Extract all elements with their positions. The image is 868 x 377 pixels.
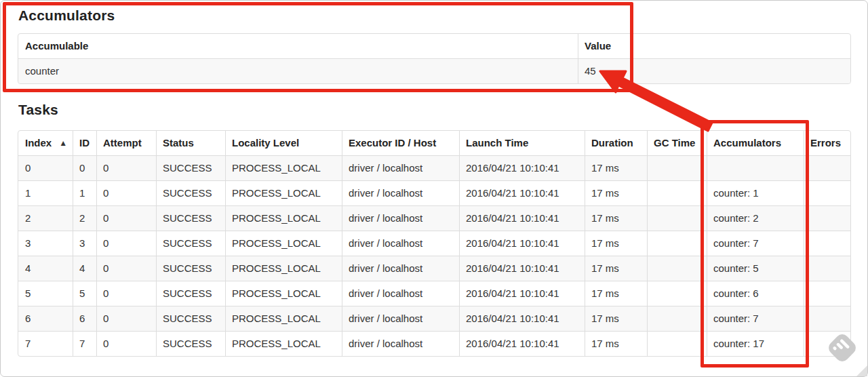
cell-accumulators: counter: 6: [707, 281, 804, 306]
cell-executor-id-host: driver / localhost: [342, 331, 459, 356]
cell-launch-time: 2016/04/21 10:10:41: [459, 180, 585, 205]
cell-attempt: 0: [96, 180, 156, 205]
cell-executor-id-host: driver / localhost: [342, 281, 459, 306]
cell-status: SUCCESS: [156, 256, 225, 281]
cell-accumulators: counter: 17: [707, 331, 804, 356]
cell-id: 3: [73, 231, 96, 256]
cell-index: 0: [18, 155, 73, 180]
cell-id: 4: [73, 256, 96, 281]
column-header-index[interactable]: Index▲: [18, 131, 73, 155]
cell-executor-id-host: driver / localhost: [342, 180, 459, 205]
cell-launch-time: 2016/04/21 10:10:41: [459, 281, 585, 306]
column-header-gc-time[interactable]: GC Time: [647, 131, 707, 155]
cell-index: 7: [18, 331, 73, 356]
cell-duration: 17 ms: [585, 331, 647, 356]
cell-launch-time: 2016/04/21 10:10:41: [459, 155, 585, 180]
table-row: 660SUCCESSPROCESS_LOCALdriver / localhos…: [18, 306, 850, 331]
cell-errors: [804, 331, 850, 356]
table-row: 770SUCCESSPROCESS_LOCALdriver / localhos…: [18, 331, 850, 356]
table-row: 000SUCCESSPROCESS_LOCALdriver / localhos…: [18, 155, 850, 180]
cell-id: 2: [73, 205, 96, 231]
cell-errors: [804, 231, 850, 256]
column-header-accumulators[interactable]: Accumulators: [707, 131, 804, 155]
column-header-attempt[interactable]: Attempt: [96, 131, 156, 155]
page-curl-icon: [856, 365, 867, 376]
cell-gc-time: [647, 155, 707, 180]
column-header-status[interactable]: Status: [156, 131, 225, 155]
accumulators-table: AccumulableValue counter45: [18, 33, 851, 84]
cell-value: 45: [578, 58, 850, 83]
cell-gc-time: [647, 256, 707, 281]
column-header-label: GC Time: [654, 137, 695, 148]
column-header-id[interactable]: ID: [73, 131, 96, 155]
column-header-label: Value: [585, 40, 611, 52]
cell-index: 1: [18, 180, 73, 205]
column-header-label: Accumulators: [713, 137, 781, 148]
cell-index: 3: [18, 231, 73, 256]
column-header-launch-time[interactable]: Launch Time: [459, 131, 585, 155]
cell-executor-id-host: driver / localhost: [342, 155, 459, 180]
cell-accumulators: [707, 155, 804, 180]
column-header-label: Launch Time: [466, 137, 528, 148]
cell-errors: [804, 180, 850, 205]
cell-errors: [804, 256, 850, 281]
cell-gc-time: [647, 306, 707, 331]
accumulators-table-body: counter45: [18, 58, 850, 83]
column-header-executor-id-host[interactable]: Executor ID / Host: [342, 131, 459, 155]
column-header-duration[interactable]: Duration: [585, 131, 647, 155]
column-header-errors[interactable]: Errors: [804, 131, 850, 155]
cell-launch-time: 2016/04/21 10:10:41: [459, 205, 585, 231]
cell-status: SUCCESS: [156, 180, 225, 205]
column-header-label: ID: [79, 137, 90, 148]
column-header-locality-level[interactable]: Locality Level: [225, 131, 342, 155]
cell-attempt: 0: [96, 256, 156, 281]
cell-id: 1: [73, 180, 96, 205]
column-header-label: Executor ID / Host: [349, 137, 436, 148]
cell-attempt: 0: [96, 331, 156, 356]
tasks-table-body: 000SUCCESSPROCESS_LOCALdriver / localhos…: [18, 155, 850, 356]
cell-attempt: 0: [96, 155, 156, 180]
cell-status: SUCCESS: [156, 306, 225, 331]
cell-attempt: 0: [96, 205, 156, 231]
column-header-label: Errors: [810, 137, 841, 148]
sort-ascending-icon: ▲: [59, 138, 67, 148]
cell-status: SUCCESS: [156, 205, 225, 231]
tasks-table: Index▲IDAttemptStatusLocality LevelExecu…: [18, 130, 851, 357]
cell-accumulators: counter: 2: [707, 205, 804, 231]
table-row: 220SUCCESSPROCESS_LOCALdriver / localhos…: [18, 205, 850, 231]
cell-status: SUCCESS: [156, 231, 225, 256]
cell-duration: 17 ms: [585, 231, 647, 256]
cell-gc-time: [647, 281, 707, 306]
cell-attempt: 0: [96, 306, 156, 331]
cell-duration: 17 ms: [585, 306, 647, 331]
accumulators-section-heading: Accumulators: [18, 7, 115, 24]
table-row: 330SUCCESSPROCESS_LOCALdriver / localhos…: [18, 231, 850, 256]
cell-locality-level: PROCESS_LOCAL: [225, 205, 342, 231]
cell-attempt: 0: [96, 281, 156, 306]
cell-id: 0: [73, 155, 96, 180]
cell-executor-id-host: driver / localhost: [342, 256, 459, 281]
cell-index: 2: [18, 205, 73, 231]
cell-launch-time: 2016/04/21 10:10:41: [459, 231, 585, 256]
tasks-section-heading: Tasks: [18, 102, 58, 118]
column-header-label: Duration: [591, 137, 633, 148]
cell-accumulators: counter: 5: [707, 256, 804, 281]
cell-locality-level: PROCESS_LOCAL: [225, 331, 342, 356]
cell-locality-level: PROCESS_LOCAL: [225, 306, 342, 331]
cell-launch-time: 2016/04/21 10:10:41: [459, 331, 585, 356]
cell-executor-id-host: driver / localhost: [342, 205, 459, 231]
cell-launch-time: 2016/04/21 10:10:41: [459, 306, 585, 331]
cell-locality-level: PROCESS_LOCAL: [225, 256, 342, 281]
cell-locality-level: PROCESS_LOCAL: [225, 180, 342, 205]
cell-status: SUCCESS: [156, 155, 225, 180]
cell-gc-time: [647, 205, 707, 231]
cell-duration: 17 ms: [585, 256, 647, 281]
column-header-label: Status: [163, 137, 194, 148]
cell-accumulators: counter: 7: [707, 306, 804, 331]
tasks-table-header: Index▲IDAttemptStatusLocality LevelExecu…: [18, 131, 850, 155]
table-row: 110SUCCESSPROCESS_LOCALdriver / localhos…: [18, 180, 850, 205]
cell-gc-time: [647, 231, 707, 256]
cell-index: 6: [18, 306, 73, 331]
cell-errors: [804, 155, 850, 180]
cell-accumulators: counter: 7: [707, 231, 804, 256]
